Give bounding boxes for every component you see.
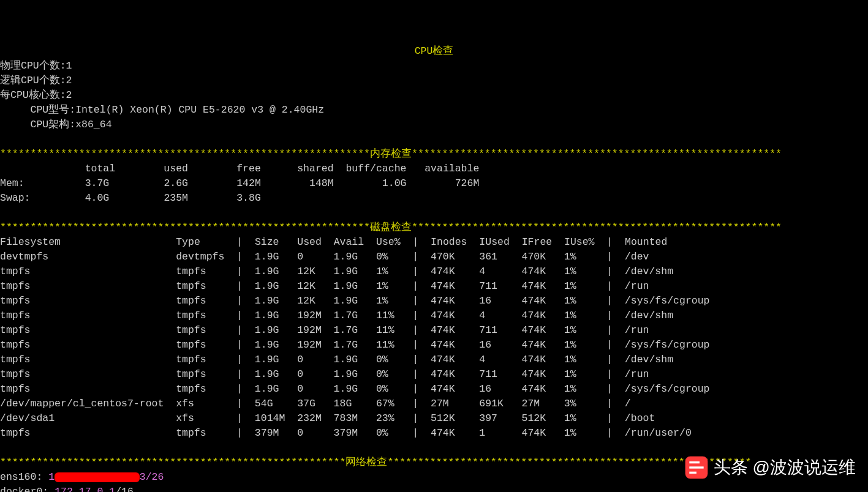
section-header-disk: ****************************************… bbox=[0, 222, 782, 233]
disk-table-body: devtmpfs devtmpfs | 1.9G 0 1.9G 0% | 470… bbox=[0, 251, 710, 439]
svg-rect-1 bbox=[689, 461, 700, 463]
cpu-cores-line: 每CPU核心数:2 bbox=[0, 89, 72, 101]
net-if1-line: ens160: 1xxxxxxxxxxxxxx3/26 bbox=[0, 471, 164, 483]
cpu-physical-line: 物理CPU个数:1 bbox=[0, 60, 72, 72]
cpu-logical-line: 逻辑CPU个数:2 bbox=[0, 75, 72, 86]
mem-row: Mem: 3.7G 2.6G 142M 148M 1.0G 726M bbox=[0, 177, 479, 189]
terminal-output: CPU检查 物理CPU个数:1 逻辑CPU个数:2 每CPU核心数:2 CPU型… bbox=[0, 44, 868, 492]
cpu-model-line: CPU型号:Intel(R) Xeon(R) CPU E5-2620 v3 @ … bbox=[0, 104, 324, 116]
section-title-cpu: CPU检查 bbox=[0, 44, 868, 59]
section-header-memory: ****************************************… bbox=[0, 148, 782, 160]
disk-header-row: Filesystem Type | Size Used Avail Use% |… bbox=[0, 236, 667, 248]
toutiao-icon bbox=[684, 455, 709, 480]
net-if2-line: docker0: 172.17.0.1/16 bbox=[0, 486, 134, 492]
svg-rect-2 bbox=[689, 466, 703, 468]
cpu-arch-line: CPU架构:x86_64 bbox=[0, 119, 112, 130]
watermark: 头条 @波波说运维 bbox=[684, 455, 856, 480]
swap-row: Swap: 4.0G 235M 3.8G bbox=[0, 192, 261, 204]
svg-rect-3 bbox=[689, 472, 696, 474]
mem-header-row: total used free shared buff/cache availa… bbox=[0, 163, 479, 174]
section-header-network: ****************************************… bbox=[0, 457, 752, 468]
